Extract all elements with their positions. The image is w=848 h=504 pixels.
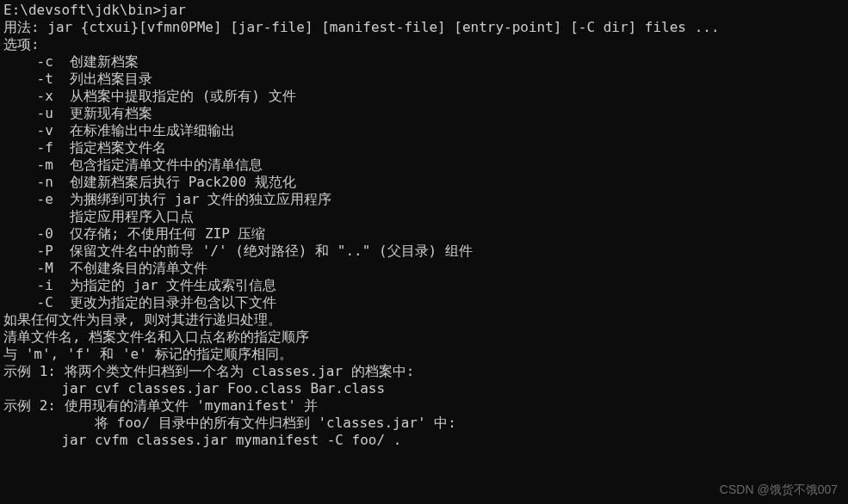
option-0: -0 仅存储; 不使用任何 ZIP 压缩 [3,225,845,243]
example-1-cmd: jar cvf classes.jar Foo.class Bar.class [3,380,845,397]
example-2-cmd: jar cvfm classes.jar mymanifest -C foo/ … [3,432,845,449]
option-t: -t 列出档案目录 [3,71,845,88]
options-header: 选项: [3,36,845,53]
option-v: -v 在标准输出中生成详细输出 [3,122,845,139]
prompt-line[interactable]: E:\devsoft\jdk\bin>jar [3,2,845,19]
terminal-output: E:\devsoft\jdk\bin>jar 用法: jar {ctxui}[v… [3,2,845,449]
note-line-3: 与 'm', 'f' 和 'e' 标记的指定顺序相同。 [3,346,845,363]
example-1-desc: 示例 1: 将两个类文件归档到一个名为 classes.jar 的档案中: [3,363,845,380]
option-c: -c 创建新档案 [3,53,845,71]
note-line-1: 如果任何文件为目录, 则对其进行递归处理。 [3,311,845,329]
option-m: -m 包含指定清单文件中的清单信息 [3,157,845,174]
usage-line: 用法: jar {ctxui}[vfmn0PMe] [jar-file] [ma… [3,19,845,36]
example-2-cont: 将 foo/ 目录中的所有文件归档到 'classes.jar' 中: [3,415,845,432]
option-i: -i 为指定的 jar 文件生成索引信息 [3,277,845,294]
option-M: -M 不创建条目的清单文件 [3,260,845,277]
option-x: -x 从档案中提取指定的 (或所有) 文件 [3,88,845,105]
option-C: -C 更改为指定的目录并包含以下文件 [3,294,845,311]
option-u: -u 更新现有档案 [3,105,845,122]
option-n: -n 创建新档案后执行 Pack200 规范化 [3,174,845,191]
option-P: -P 保留文件名中的前导 '/' (绝对路径) 和 ".." (父目录) 组件 [3,243,845,260]
note-line-2: 清单文件名, 档案文件名和入口点名称的指定顺序 [3,329,845,346]
option-f: -f 指定档案文件名 [3,139,845,157]
option-e-line2: 指定应用程序入口点 [3,208,845,225]
option-e-line1: -e 为捆绑到可执行 jar 文件的独立应用程序 [3,191,845,208]
example-2-desc: 示例 2: 使用现有的清单文件 'mymanifest' 并 [3,397,845,415]
watermark: CSDN @饿货不饿007 [720,482,838,498]
